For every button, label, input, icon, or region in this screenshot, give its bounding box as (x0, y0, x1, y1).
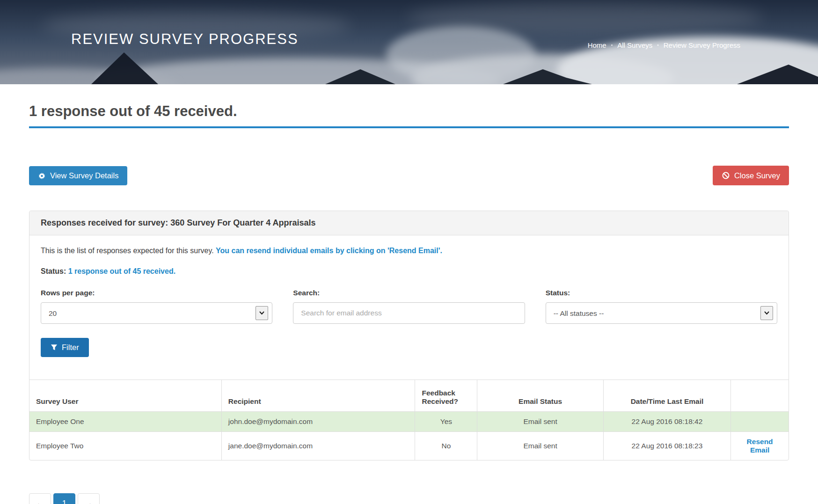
heading-underline (29, 126, 789, 128)
panel-description: This is the list of responses expected f… (41, 247, 777, 255)
pagination-next-button[interactable]: → (78, 493, 100, 504)
breadcrumb: Home • All Surveys • Review Survey Progr… (588, 41, 740, 49)
cell-date-time-last-email: 22 Aug 2016 08:18:23 (603, 431, 730, 460)
cell-email-status: Email sent (477, 431, 603, 460)
header-email-status: Email Status (477, 380, 603, 411)
search-group: Search: (293, 289, 525, 324)
close-survey-button[interactable]: Close Survey (713, 166, 789, 185)
gear-icon (38, 172, 46, 180)
view-survey-details-button[interactable]: View Survey Details (29, 166, 127, 185)
resend-email-link[interactable]: Resend Email (747, 438, 773, 454)
responses-table: Survey User Recipient Feedback Received?… (29, 380, 789, 460)
view-survey-details-label: View Survey Details (50, 172, 118, 180)
cell-feedback-received: No (415, 431, 477, 460)
status-filter-select[interactable]: -- All statuses -- (546, 302, 777, 324)
header-actions (731, 380, 789, 411)
ban-icon (722, 171, 730, 180)
status-filter-group: Status: -- All statuses -- (546, 289, 777, 324)
pagination-page-1-button[interactable]: 1 (53, 493, 75, 504)
search-input[interactable] (293, 302, 525, 324)
table-row: Employee Two jane.doe@mydomain.com No Em… (29, 431, 789, 460)
status-label: Status: (41, 267, 66, 275)
cell-date-time-last-email: 22 Aug 2016 08:18:42 (603, 411, 730, 431)
filter-button-label: Filter (62, 343, 79, 351)
status-line: Status: 1 response out of 45 received. (41, 267, 777, 276)
panel-title: Responses received for survey: 360 Surve… (29, 211, 789, 235)
arrow-left-icon: ← (36, 498, 44, 504)
cell-recipient: jane.doe@mydomain.com (221, 431, 415, 460)
header-date-time-last-email: Date/Time Last Email (603, 380, 730, 411)
response-count-heading: 1 response out of 45 received. (29, 103, 789, 120)
filter-controls: Rows per page: 20 Search: St (41, 289, 777, 324)
page-title: REVIEW SURVEY PROGRESS (71, 31, 299, 48)
breadcrumb-review-survey-progress[interactable]: Review Survey Progress (664, 41, 740, 49)
table-header-row: Survey User Recipient Feedback Received?… (29, 380, 789, 411)
breadcrumb-separator: • (611, 43, 613, 48)
search-label: Search: (293, 289, 525, 297)
funnel-icon (51, 344, 58, 351)
table-row: Employee One john.doe@mydomain.com Yes E… (29, 411, 789, 431)
arrow-right-icon: → (84, 498, 93, 504)
panel-body: This is the list of responses expected f… (29, 235, 789, 368)
status-filter-label: Status: (546, 289, 777, 297)
cell-action: Resend Email (731, 431, 789, 460)
hero-banner: REVIEW SURVEY PROGRESS Home • All Survey… (0, 0, 818, 84)
cell-email-status: Email sent (477, 411, 603, 431)
filter-button[interactable]: Filter (41, 338, 89, 357)
breadcrumb-all-surveys[interactable]: All Surveys (617, 41, 652, 49)
rows-per-page-select[interactable]: 20 (41, 302, 272, 324)
responses-panel: Responses received for survey: 360 Surve… (29, 211, 789, 460)
header-survey-user: Survey User (29, 380, 221, 411)
rows-per-page-group: Rows per page: 20 (41, 289, 272, 324)
pagination-prev-button[interactable]: ← (29, 493, 51, 504)
cell-action (731, 411, 789, 431)
header-feedback-received: Feedback Received? (415, 380, 477, 411)
breadcrumb-home[interactable]: Home (588, 41, 606, 49)
close-survey-label: Close Survey (734, 172, 780, 180)
cell-survey-user: Employee Two (29, 431, 221, 460)
breadcrumb-separator: • (657, 43, 659, 48)
status-value: 1 response out of 45 received. (68, 267, 175, 275)
panel-description-highlight: You can resend individual emails by clic… (216, 247, 442, 255)
toolbar: View Survey Details Close Survey (29, 166, 789, 185)
cell-feedback-received: Yes (415, 411, 477, 431)
cell-recipient: john.doe@mydomain.com (221, 411, 415, 431)
panel-description-text: This is the list of responses expected f… (41, 247, 214, 255)
cell-survey-user: Employee One (29, 411, 221, 431)
header-recipient: Recipient (221, 380, 415, 411)
pagination: ← 1 → (29, 493, 789, 504)
rows-per-page-label: Rows per page: (41, 289, 272, 297)
